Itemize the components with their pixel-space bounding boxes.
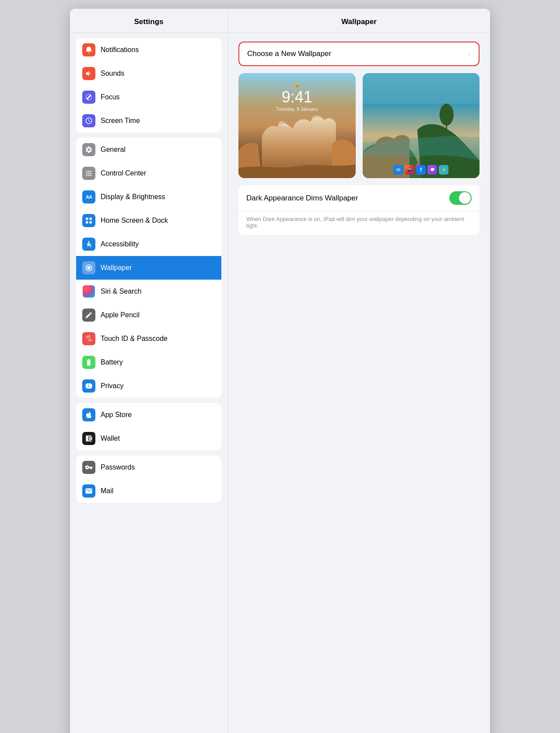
focus-label: Focus	[101, 93, 120, 101]
general-label: General	[101, 146, 126, 154]
app-container: Settings Notifications Sounds	[70, 9, 490, 733]
svg-point-9	[88, 241, 90, 242]
svg-point-5	[90, 173, 91, 174]
homescreen-label: Home Screen & Dock	[101, 217, 168, 224]
sidebar-section-1: Notifications Sounds Focus	[76, 38, 221, 133]
display-label: Display & Brightness	[101, 193, 165, 201]
dock-app-icon: ⚡	[439, 165, 448, 175]
sidebar-item-siri[interactable]: Siri & Search	[76, 280, 221, 303]
accessibility-icon	[82, 238, 95, 251]
wallpaper-label: Wallpaper	[101, 264, 132, 272]
svg-point-6	[86, 175, 88, 176]
sidebar-item-wallet[interactable]: Wallet	[76, 427, 221, 450]
screentime-label: Screen Time	[101, 117, 140, 125]
sidebar-item-screentime[interactable]: Screen Time	[76, 109, 221, 133]
notifications-label: Notifications	[101, 46, 139, 54]
main-body: Choose a New Wallpaper › 🔒 9:41 Tuesday,…	[228, 33, 490, 244]
sounds-icon	[82, 67, 95, 80]
dock-facebook-icon: f	[416, 165, 426, 175]
applepencil-label: Apple Pencil	[101, 311, 140, 319]
siri-icon	[82, 285, 95, 298]
dark-appearance-section: Dark Appearance Dims Wallpaper When Dark…	[238, 185, 480, 235]
chevron-right-icon: ›	[468, 49, 471, 58]
passwords-label: Passwords	[101, 463, 135, 471]
appstore-label: App Store	[101, 411, 132, 419]
svg-point-0	[86, 171, 88, 172]
controlcenter-label: Control Center	[101, 169, 146, 177]
choose-wallpaper-label: Choose a New Wallpaper	[247, 49, 331, 58]
sidebar-item-touchid[interactable]: Touch ID & Passcode	[76, 327, 221, 351]
privacy-label: Privacy	[101, 382, 123, 390]
sidebar-item-mail[interactable]: Mail	[76, 479, 221, 503]
sidebar-item-general[interactable]: General	[76, 138, 221, 161]
dark-appearance-row: Dark Appearance Dims Wallpaper	[238, 185, 480, 211]
dark-appearance-label: Dark Appearance Dims Wallpaper	[246, 194, 358, 203]
lockscreen-landscape	[238, 110, 356, 178]
sidebar-item-passwords[interactable]: Passwords	[76, 456, 221, 479]
toggle-knob	[459, 192, 471, 204]
display-icon: AA	[82, 190, 95, 203]
applepencil-icon	[82, 309, 95, 322]
sidebar-item-notifications[interactable]: Notifications	[76, 38, 221, 62]
focus-icon	[82, 91, 95, 104]
svg-point-1	[88, 171, 90, 172]
sidebar-title: Settings	[70, 9, 228, 33]
svg-point-12	[439, 104, 453, 126]
dock-messenger-icon: 💬	[427, 165, 437, 175]
svg-rect-16	[363, 73, 480, 104]
touchid-icon	[82, 332, 95, 345]
sidebar-item-display[interactable]: AA Display & Brightness	[76, 185, 221, 209]
svg-point-10	[87, 266, 91, 270]
dark-appearance-toggle[interactable]	[449, 191, 472, 205]
homescreen-icon	[82, 214, 95, 227]
appstore-icon	[82, 408, 95, 421]
sidebar-item-wallpaper[interactable]: Wallpaper	[76, 256, 221, 280]
sidebar-item-privacy[interactable]: Privacy	[76, 374, 221, 398]
sidebar-item-applepencil[interactable]: Apple Pencil	[76, 303, 221, 327]
siri-label: Siri & Search	[101, 288, 141, 295]
touchid-label: Touch ID & Passcode	[101, 335, 168, 343]
sidebar-item-homescreen[interactable]: Home Screen & Dock	[76, 209, 221, 232]
privacy-icon	[82, 379, 95, 393]
notifications-icon	[82, 43, 95, 56]
wallpaper-previews: 🔒 9:41 Tuesday, 9 January	[238, 73, 480, 178]
sidebar-item-appstore[interactable]: App Store	[76, 403, 221, 427]
lock-icon: 🔒	[294, 81, 301, 88]
homescreen-preview[interactable]: ✉ 📷 f 💬 ⚡	[363, 73, 480, 178]
sidebar-section-4: Passwords Mail	[76, 456, 221, 503]
dock-mail-icon: ✉	[393, 165, 403, 175]
dark-appearance-desc: When Dark Appearance is on, iPad will di…	[238, 211, 480, 235]
wallpaper-icon	[82, 261, 95, 274]
battery-icon	[82, 356, 95, 369]
sidebar-section-2: General Control Center AA Display & Brig…	[76, 138, 221, 398]
svg-point-3	[86, 173, 88, 174]
sidebar-item-focus[interactable]: Focus	[76, 85, 221, 109]
mail-label: Mail	[101, 487, 113, 495]
svg-point-2	[90, 171, 91, 172]
accessibility-label: Accessibility	[101, 240, 139, 248]
choose-wallpaper-row[interactable]: Choose a New Wallpaper ›	[238, 42, 480, 66]
sidebar-item-sounds[interactable]: Sounds	[76, 62, 221, 85]
svg-point-8	[90, 175, 91, 176]
sidebar: Settings Notifications Sounds	[70, 9, 228, 733]
wallet-label: Wallet	[101, 435, 120, 442]
sidebar-section-3: App Store Wallet	[76, 403, 221, 450]
homescreen-dock: ✉ 📷 f 💬 ⚡	[363, 165, 480, 175]
main-title: Wallpaper	[228, 9, 490, 33]
homescreen-landscape	[363, 73, 480, 178]
lockscreen-preview[interactable]: 🔒 9:41 Tuesday, 9 January	[238, 73, 356, 178]
sidebar-item-battery[interactable]: Battery	[76, 351, 221, 374]
dock-instagram-icon: 📷	[405, 165, 414, 175]
general-icon	[82, 143, 95, 156]
controlcenter-icon	[82, 167, 95, 180]
svg-point-4	[88, 173, 90, 174]
main-content: Wallpaper Choose a New Wallpaper › 🔒 9:4…	[228, 9, 490, 733]
lockscreen-time: 9:41	[282, 89, 312, 105]
mail-icon	[82, 484, 95, 498]
sidebar-item-controlcenter[interactable]: Control Center	[76, 161, 221, 185]
sounds-label: Sounds	[101, 70, 124, 77]
svg-point-7	[88, 175, 90, 176]
sidebar-item-accessibility[interactable]: Accessibility	[76, 232, 221, 256]
battery-label: Battery	[101, 358, 123, 366]
passwords-icon	[82, 461, 95, 474]
